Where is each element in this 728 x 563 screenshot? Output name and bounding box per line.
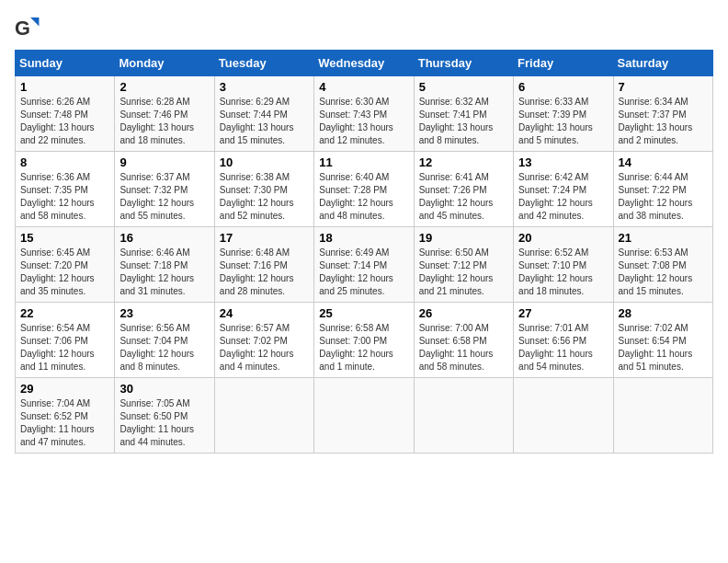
calendar-cell: 20 Sunrise: 6:52 AMSunset: 7:10 PMDaylig… — [514, 227, 613, 303]
day-detail: Sunrise: 6:40 AMSunset: 7:28 PMDaylight:… — [319, 172, 393, 221]
day-detail: Sunrise: 7:04 AMSunset: 6:52 PMDaylight:… — [20, 398, 95, 447]
calendar-cell: 9 Sunrise: 6:37 AMSunset: 7:32 PMDayligh… — [115, 152, 214, 227]
calendar-cell: 25 Sunrise: 6:58 AMSunset: 7:00 PMDaylig… — [314, 303, 414, 378]
day-detail: Sunrise: 6:50 AMSunset: 7:12 PMDaylight:… — [419, 247, 494, 296]
day-number: 23 — [119, 306, 209, 320]
day-number: 21 — [619, 231, 708, 245]
calendar-cell: 27 Sunrise: 7:01 AMSunset: 6:56 PMDaylig… — [514, 303, 613, 378]
day-detail: Sunrise: 6:41 AMSunset: 7:26 PMDaylight:… — [419, 172, 494, 221]
calendar-cell: 2 Sunrise: 6:28 AMSunset: 7:46 PMDayligh… — [115, 76, 214, 152]
calendar-cell — [414, 378, 513, 454]
calendar-cell: 1 Sunrise: 6:26 AMSunset: 7:48 PMDayligh… — [16, 76, 115, 152]
weekday-header-monday: Monday — [115, 51, 214, 76]
weekday-header-wednesday: Wednesday — [314, 51, 414, 76]
day-number: 26 — [419, 306, 508, 320]
calendar-cell: 21 Sunrise: 6:53 AMSunset: 7:08 PMDaylig… — [613, 227, 712, 303]
day-number: 10 — [220, 155, 309, 169]
day-number: 1 — [20, 80, 109, 94]
day-detail: Sunrise: 6:46 AMSunset: 7:18 PMDaylight:… — [119, 247, 194, 296]
day-detail: Sunrise: 7:02 AMSunset: 6:54 PMDaylight:… — [619, 323, 693, 372]
calendar-cell: 29 Sunrise: 7:04 AMSunset: 6:52 PMDaylig… — [16, 378, 115, 454]
calendar-week-row: 22 Sunrise: 6:54 AMSunset: 7:06 PMDaylig… — [16, 303, 713, 378]
calendar-cell: 22 Sunrise: 6:54 AMSunset: 7:06 PMDaylig… — [16, 303, 115, 378]
day-detail: Sunrise: 6:28 AMSunset: 7:46 PMDaylight:… — [119, 97, 194, 145]
day-detail: Sunrise: 6:38 AMSunset: 7:30 PMDaylight:… — [220, 172, 294, 221]
day-number: 22 — [20, 306, 109, 320]
weekday-header-sunday: Sunday — [16, 51, 115, 76]
calendar-cell: 15 Sunrise: 6:45 AMSunset: 7:20 PMDaylig… — [16, 227, 115, 303]
day-number: 11 — [319, 155, 408, 169]
calendar-cell: 26 Sunrise: 7:00 AMSunset: 6:58 PMDaylig… — [414, 303, 513, 378]
header: G — [15, 15, 713, 40]
day-detail: Sunrise: 6:45 AMSunset: 7:20 PMDaylight:… — [20, 247, 95, 296]
day-detail: Sunrise: 7:00 AMSunset: 6:58 PMDaylight:… — [419, 323, 494, 372]
day-detail: Sunrise: 6:42 AMSunset: 7:24 PMDaylight:… — [518, 172, 593, 221]
day-number: 28 — [619, 306, 708, 320]
day-number: 7 — [619, 80, 708, 94]
day-detail: Sunrise: 6:56 AMSunset: 7:04 PMDaylight:… — [119, 323, 194, 372]
calendar-week-row: 29 Sunrise: 7:04 AMSunset: 6:52 PMDaylig… — [16, 378, 713, 454]
calendar-cell: 12 Sunrise: 6:41 AMSunset: 7:26 PMDaylig… — [414, 152, 513, 227]
day-detail: Sunrise: 6:53 AMSunset: 7:08 PMDaylight:… — [619, 247, 693, 296]
day-number: 15 — [20, 231, 109, 245]
weekday-header-tuesday: Tuesday — [214, 51, 313, 76]
day-number: 12 — [419, 155, 508, 169]
calendar-cell: 11 Sunrise: 6:40 AMSunset: 7:28 PMDaylig… — [314, 152, 414, 227]
calendar-cell: 3 Sunrise: 6:29 AMSunset: 7:44 PMDayligh… — [214, 76, 313, 152]
day-number: 18 — [319, 231, 408, 245]
day-number: 24 — [220, 306, 309, 320]
day-number: 14 — [619, 155, 708, 169]
svg-marker-1 — [30, 17, 39, 26]
day-detail: Sunrise: 6:36 AMSunset: 7:35 PMDaylight:… — [20, 172, 95, 221]
day-number: 25 — [319, 306, 408, 320]
calendar-week-row: 1 Sunrise: 6:26 AMSunset: 7:48 PMDayligh… — [16, 76, 713, 152]
calendar-cell: 7 Sunrise: 6:34 AMSunset: 7:37 PMDayligh… — [613, 76, 712, 152]
weekday-header-saturday: Saturday — [613, 51, 712, 76]
day-detail: Sunrise: 7:05 AMSunset: 6:50 PMDaylight:… — [119, 398, 194, 447]
calendar-cell: 4 Sunrise: 6:30 AMSunset: 7:43 PMDayligh… — [314, 76, 414, 152]
calendar-cell: 16 Sunrise: 6:46 AMSunset: 7:18 PMDaylig… — [115, 227, 214, 303]
day-detail: Sunrise: 6:26 AMSunset: 7:48 PMDaylight:… — [20, 97, 95, 145]
day-detail: Sunrise: 6:30 AMSunset: 7:43 PMDaylight:… — [319, 97, 393, 145]
calendar-cell: 6 Sunrise: 6:33 AMSunset: 7:39 PMDayligh… — [514, 76, 613, 152]
calendar-week-row: 8 Sunrise: 6:36 AMSunset: 7:35 PMDayligh… — [16, 152, 713, 227]
svg-text:G: G — [15, 17, 30, 40]
logo-icon: G — [15, 15, 40, 40]
calendar-cell: 19 Sunrise: 6:50 AMSunset: 7:12 PMDaylig… — [414, 227, 513, 303]
day-number: 3 — [220, 80, 309, 94]
day-detail: Sunrise: 6:29 AMSunset: 7:44 PMDaylight:… — [220, 97, 294, 145]
weekday-header-thursday: Thursday — [414, 51, 513, 76]
day-number: 27 — [518, 306, 608, 320]
day-detail: Sunrise: 6:54 AMSunset: 7:06 PMDaylight:… — [20, 323, 95, 372]
calendar-week-row: 15 Sunrise: 6:45 AMSunset: 7:20 PMDaylig… — [16, 227, 713, 303]
calendar-cell: 5 Sunrise: 6:32 AMSunset: 7:41 PMDayligh… — [414, 76, 513, 152]
day-detail: Sunrise: 6:34 AMSunset: 7:37 PMDaylight:… — [619, 97, 693, 145]
day-detail: Sunrise: 6:33 AMSunset: 7:39 PMDaylight:… — [518, 97, 593, 145]
day-number: 19 — [419, 231, 508, 245]
calendar-cell — [514, 378, 613, 454]
calendar-cell: 18 Sunrise: 6:49 AMSunset: 7:14 PMDaylig… — [314, 227, 414, 303]
day-detail: Sunrise: 6:58 AMSunset: 7:00 PMDaylight:… — [319, 323, 393, 372]
calendar-cell: 10 Sunrise: 6:38 AMSunset: 7:30 PMDaylig… — [214, 152, 313, 227]
calendar-cell: 23 Sunrise: 6:56 AMSunset: 7:04 PMDaylig… — [115, 303, 214, 378]
calendar-cell: 13 Sunrise: 6:42 AMSunset: 7:24 PMDaylig… — [514, 152, 613, 227]
calendar-table: SundayMondayTuesdayWednesdayThursdayFrid… — [15, 50, 713, 454]
day-number: 30 — [119, 382, 209, 396]
day-number: 4 — [319, 80, 408, 94]
day-number: 9 — [119, 155, 209, 169]
day-detail: Sunrise: 6:48 AMSunset: 7:16 PMDaylight:… — [220, 247, 294, 296]
calendar-cell: 28 Sunrise: 7:02 AMSunset: 6:54 PMDaylig… — [613, 303, 712, 378]
day-number: 2 — [119, 80, 209, 94]
day-detail: Sunrise: 6:44 AMSunset: 7:22 PMDaylight:… — [619, 172, 693, 221]
day-number: 13 — [518, 155, 608, 169]
weekday-header-friday: Friday — [514, 51, 613, 76]
day-number: 29 — [20, 382, 109, 396]
day-detail: Sunrise: 6:49 AMSunset: 7:14 PMDaylight:… — [319, 247, 393, 296]
day-number: 6 — [518, 80, 608, 94]
day-detail: Sunrise: 6:37 AMSunset: 7:32 PMDaylight:… — [119, 172, 194, 221]
calendar-cell — [314, 378, 414, 454]
calendar-cell — [613, 378, 712, 454]
day-detail: Sunrise: 6:52 AMSunset: 7:10 PMDaylight:… — [518, 247, 593, 296]
day-detail: Sunrise: 7:01 AMSunset: 6:56 PMDaylight:… — [518, 323, 593, 372]
day-detail: Sunrise: 6:32 AMSunset: 7:41 PMDaylight:… — [419, 97, 494, 145]
